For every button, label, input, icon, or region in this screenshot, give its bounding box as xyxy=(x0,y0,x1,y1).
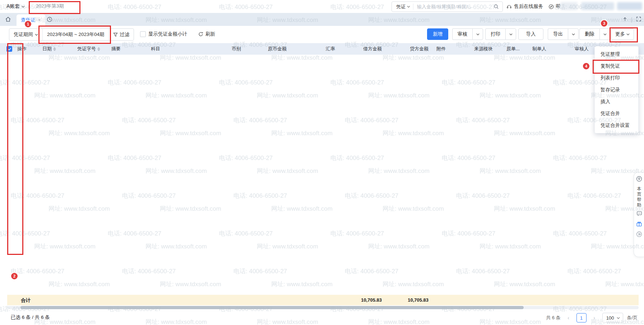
totals-row: 合计 10,705.83 10,705.83 xyxy=(7,295,639,305)
tab-close-icon[interactable]: × xyxy=(38,18,41,23)
after-sales-service[interactable]: 售后在线服务 xyxy=(506,3,543,10)
col-header-odoc: 原单... xyxy=(503,43,529,55)
import-button[interactable]: 导入 xyxy=(518,28,543,40)
annotation-badge-1: 1 xyxy=(24,20,32,28)
chevron-down-icon xyxy=(617,316,620,320)
scrollbar-thumb[interactable] xyxy=(20,306,524,309)
home-icon[interactable] xyxy=(5,16,11,24)
account-switcher[interactable]: A账套 xyxy=(6,3,25,10)
total-label: 合计 xyxy=(21,297,31,304)
page-unit-label: 条/页 xyxy=(627,315,638,321)
col-header-account: 科目 xyxy=(147,43,228,55)
collapse-up-icon[interactable] xyxy=(622,17,627,23)
chevron-down-icon xyxy=(572,33,575,36)
current-period[interactable]: 2023年第3期 xyxy=(36,3,64,9)
menu-item-6[interactable]: 凭证合并 xyxy=(595,107,638,119)
col-header-credit: 贷方金额 xyxy=(386,43,433,55)
footer: 已选 6 条 / 共 6 条 共 6 条 ‹ 1 › 100 条/页 xyxy=(0,309,644,325)
select-all-checkbox[interactable] xyxy=(0,43,14,55)
selection-info: 已选 6 条 / 共 6 条 xyxy=(11,314,50,321)
col-header-auditor: 审核人 xyxy=(571,43,598,55)
annotation-badge-3: 3 xyxy=(600,19,608,27)
help-menu[interactable]: 帮 xyxy=(548,3,561,10)
page-size-value: 100 xyxy=(606,315,614,321)
redacted-user-block xyxy=(560,2,578,10)
add-button[interactable]: 新增 xyxy=(427,28,448,40)
search-icon[interactable] xyxy=(494,4,502,9)
account-name: A账套 xyxy=(6,3,20,10)
sort-icons[interactable] xyxy=(97,47,100,51)
redacted-user-block xyxy=(617,2,642,10)
divider: | xyxy=(631,17,633,23)
menu-item-2[interactable]: 复制凭证 xyxy=(595,60,638,72)
chevron-down-icon xyxy=(603,33,607,36)
menu-item-4[interactable]: 暂存记录 xyxy=(595,84,638,96)
menu-item-1[interactable]: 凭证整理 xyxy=(595,48,638,60)
export-dropdown[interactable] xyxy=(568,28,579,40)
redacted-user-block xyxy=(581,2,614,10)
chevron-down-icon xyxy=(407,5,410,8)
history-icon[interactable] xyxy=(47,17,52,24)
global-search[interactable]: 凭证 输入金额/核算项目/科目/... xyxy=(392,1,503,12)
audit-button[interactable]: 审核 xyxy=(452,28,472,40)
gift-icon[interactable] xyxy=(636,221,642,228)
more-label: 更多 xyxy=(615,31,625,37)
toolbar: 凭证期间 2023年04期 ~ 2023年04期 过滤 显示凭证金额小计 刷新 … xyxy=(0,26,644,43)
prev-page-icon[interactable]: ‹ xyxy=(564,313,573,322)
tab-bar: 查凭证 × | xyxy=(0,13,644,26)
col-header-cur: 币别 xyxy=(228,43,259,55)
headset-icon xyxy=(506,4,512,9)
feedback-icon[interactable] xyxy=(636,211,642,218)
pagination: 共 6 条 ‹ 1 › 100 条/页 xyxy=(546,313,638,323)
chevron-down-icon xyxy=(626,33,630,36)
page-help-label[interactable]: 本页帮助 xyxy=(637,186,641,208)
fullscreen-icon[interactable] xyxy=(636,17,641,23)
more-button[interactable]: 更多 xyxy=(611,28,634,40)
search-scope-select[interactable]: 凭证 xyxy=(392,4,413,10)
current-page[interactable]: 1 xyxy=(576,313,587,322)
print-dropdown[interactable] xyxy=(505,28,516,40)
record-count: 共 6 条 xyxy=(546,315,560,321)
menu-item-3[interactable]: 列表打印 xyxy=(595,72,638,84)
top-bar: A账套 2023年第3期 凭证 输入金额/核算项目/科目/... 售后在线服务 … xyxy=(0,0,644,13)
col-header-date[interactable]: 日期 xyxy=(39,43,74,55)
col-header-op: 操作 xyxy=(14,43,39,55)
compass-icon xyxy=(548,4,554,9)
annotation-badge-4: 4 xyxy=(582,62,590,70)
col-header-maker: 制单人 xyxy=(529,43,571,55)
voucher-table: 操作日期凭证字号摘要科目币别原币金额汇率借方金额贷方金额附件来源模块原单...制… xyxy=(0,43,644,55)
total-credit: 10,705.83 xyxy=(375,297,428,303)
header-checkbox[interactable] xyxy=(6,46,12,52)
total-debit: 10,705.83 xyxy=(329,297,382,303)
annotation-badge-2: 2 xyxy=(10,272,18,280)
col-header-summary: 摘要 xyxy=(108,43,147,55)
help-label: 帮 xyxy=(556,3,561,10)
help-rail: 本页帮助 xyxy=(634,172,644,257)
chevron-down-icon xyxy=(509,33,513,36)
col-header-orig: 原币金额 xyxy=(259,43,291,55)
delete-button[interactable]: 删除 xyxy=(579,28,599,40)
delete-dropdown[interactable] xyxy=(599,28,610,40)
menu-item-5[interactable]: 插入 xyxy=(595,96,638,107)
bulb-icon[interactable] xyxy=(636,176,642,183)
service-label: 售后在线服务 xyxy=(514,3,543,10)
col-header-source: 来源模块 xyxy=(471,43,503,55)
sort-icons[interactable] xyxy=(53,47,56,51)
next-page-icon[interactable]: › xyxy=(590,313,599,322)
annotation-box-checkbox-column xyxy=(7,43,23,255)
search-input[interactable]: 输入金额/核算项目/科目/... xyxy=(413,4,494,10)
audit-dropdown[interactable] xyxy=(472,28,483,40)
page-size-select[interactable]: 100 xyxy=(602,313,624,323)
collapse-rail-icon[interactable] xyxy=(636,231,642,239)
export-button[interactable]: 导出 xyxy=(548,28,568,40)
col-header-debit: 借方金额 xyxy=(339,43,386,55)
more-menu: 凭证整理复制凭证列表打印暂存记录插入凭证合并凭证合并设置 xyxy=(594,46,639,133)
print-button[interactable]: 打印 xyxy=(485,28,505,40)
horizontal-scrollbar[interactable] xyxy=(7,306,639,309)
menu-item-7[interactable]: 凭证合并设置 xyxy=(595,119,638,131)
search-scope-label: 凭证 xyxy=(396,4,406,10)
check-icon xyxy=(8,47,11,51)
col-header-attach: 附件 xyxy=(433,43,471,55)
col-header-no[interactable]: 凭证字号 xyxy=(74,43,108,55)
chevron-down-icon xyxy=(22,5,25,8)
